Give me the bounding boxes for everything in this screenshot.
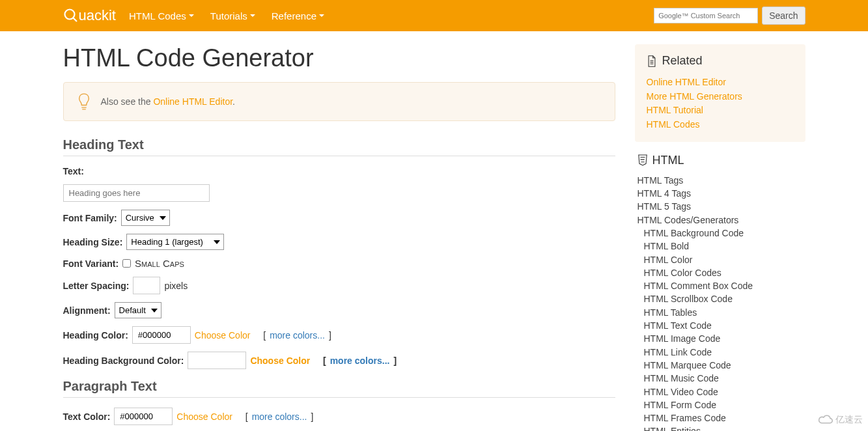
caret-down-icon — [319, 14, 324, 17]
callout-link[interactable]: Online HTML Editor — [153, 96, 232, 107]
sidebar-link[interactable]: HTML Background Code — [637, 227, 803, 240]
heading-color-input[interactable] — [132, 326, 191, 344]
lightbulb-icon — [77, 92, 91, 111]
heading-size-label: Heading Size: — [63, 237, 123, 247]
sidebar-link[interactable]: HTML Comment Box Code — [637, 279, 803, 292]
font-family-label: Font Family: — [63, 213, 117, 223]
alignment-label: Alignment: — [63, 305, 111, 316]
sidebar-link[interactable]: HTML 5 Tags — [637, 200, 803, 213]
sidebar-link[interactable]: HTML Link Code — [637, 346, 803, 359]
cloud-icon — [819, 413, 833, 427]
right-sidebar: Related Online HTML EditorMore HTML Gene… — [635, 44, 805, 431]
top-navbar: uackit HTML CodesTutorialsReference Sear… — [0, 0, 868, 31]
html5-shield-icon — [637, 154, 648, 166]
search-box: Search — [654, 7, 805, 25]
alignment-select[interactable]: Default — [115, 302, 161, 318]
brand-text: uackit — [79, 7, 116, 24]
sidebar-link[interactable]: HTML Tags — [637, 174, 803, 187]
related-box: Related Online HTML EditorMore HTML Gene… — [635, 44, 805, 142]
related-link[interactable]: More HTML Generators — [647, 90, 794, 104]
text-label: Text: — [63, 166, 84, 176]
sidebar-link[interactable]: HTML Frames Code — [637, 411, 803, 424]
sidebar-link[interactable]: HTML Tables — [637, 306, 803, 319]
svg-line-1 — [73, 18, 77, 22]
caret-down-icon — [189, 14, 194, 17]
document-icon — [647, 55, 657, 67]
more-heading-bg-colors[interactable]: more colors... — [330, 355, 390, 366]
magnify-q-icon — [63, 8, 79, 23]
sidebar-html-heading: HTML — [635, 154, 805, 167]
text-color-input[interactable] — [114, 408, 173, 425]
heading-bg-input[interactable] — [188, 352, 246, 369]
font-family-select[interactable]: Cursive — [121, 210, 170, 226]
sidebar-link[interactable]: HTML Color Codes — [637, 266, 803, 279]
sidebar-link[interactable]: HTML Entities — [637, 424, 803, 431]
heading-text-input[interactable] — [63, 184, 210, 202]
heading-size-select[interactable]: Heading 1 (largest) — [126, 234, 224, 250]
related-heading: Related — [647, 54, 794, 68]
nav-item-reference[interactable]: Reference — [272, 10, 324, 21]
heading-bg-label: Heading Background Color: — [63, 355, 184, 366]
sidebar-link[interactable]: HTML Text Code — [637, 319, 803, 332]
svg-point-0 — [64, 10, 74, 20]
sidebar-link[interactable]: HTML Bold — [637, 240, 803, 253]
section-heading-text: Heading Text — [63, 137, 615, 156]
nav-item-html-codes[interactable]: HTML Codes — [129, 10, 194, 21]
small-caps-label: Small Caps — [135, 258, 184, 269]
sidebar-link[interactable]: HTML Image Code — [637, 332, 803, 345]
info-callout: Also see the Online HTML Editor. — [63, 82, 615, 121]
sidebar-link[interactable]: HTML Form Code — [637, 398, 803, 411]
related-link[interactable]: HTML Tutorial — [647, 104, 794, 118]
sidebar-link[interactable]: HTML Color — [637, 253, 803, 266]
related-link[interactable]: HTML Codes — [647, 118, 794, 132]
sidebar-link[interactable]: HTML Scrollbox Code — [637, 292, 803, 305]
page-title: HTML Code Generator — [63, 44, 615, 72]
choose-heading-color[interactable]: Choose Color — [195, 330, 251, 341]
callout-text: Also see the Online HTML Editor. — [101, 96, 235, 107]
nav-item-tutorials[interactable]: Tutorials — [210, 10, 255, 21]
choose-text-color[interactable]: Choose Color — [176, 411, 232, 422]
more-heading-colors[interactable]: more colors... — [270, 330, 325, 341]
sidebar-link[interactable]: HTML 4 Tags — [637, 187, 803, 200]
pixels-label: pixels — [164, 281, 188, 291]
search-button[interactable]: Search — [762, 7, 805, 25]
main-column: HTML Code Generator Also see the Online … — [63, 44, 615, 431]
search-input[interactable] — [654, 8, 758, 23]
small-caps-checkbox[interactable] — [122, 259, 131, 268]
caret-down-icon — [250, 14, 255, 17]
sidebar-link[interactable]: HTML Marquee Code — [637, 359, 803, 372]
related-link[interactable]: Online HTML Editor — [647, 76, 794, 90]
more-text-colors[interactable]: more colors... — [252, 411, 307, 422]
text-color-label: Text Color: — [63, 411, 111, 422]
sidebar-link[interactable]: HTML Music Code — [637, 372, 803, 385]
main-nav: HTML CodesTutorialsReference — [129, 10, 654, 21]
watermark-badge: 亿速云 — [819, 413, 863, 427]
choose-heading-bg-color[interactable]: Choose Color — [250, 355, 310, 366]
font-variant-label: Font Variant: — [63, 258, 119, 269]
sidebar-link[interactable]: HTML Codes/Generators — [637, 214, 803, 227]
heading-color-label: Heading Color: — [63, 330, 128, 341]
sidebar-links: HTML TagsHTML 4 TagsHTML 5 TagsHTML Code… — [635, 174, 805, 431]
letter-spacing-input[interactable] — [133, 277, 160, 294]
sidebar-link[interactable]: HTML Video Code — [637, 385, 803, 398]
brand-logo[interactable]: uackit — [63, 7, 116, 24]
section-paragraph-text: Paragraph Text — [63, 379, 615, 398]
letter-spacing-label: Letter Spacing: — [63, 281, 130, 291]
